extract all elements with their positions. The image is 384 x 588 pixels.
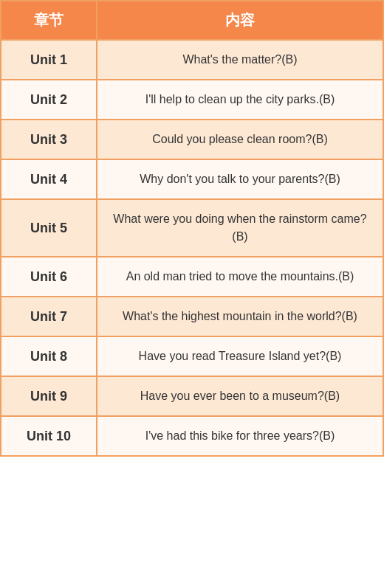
- table-row: Unit 6An old man tried to move the mount…: [1, 256, 383, 296]
- unit-cell: Unit 4: [1, 160, 97, 198]
- unit-cell: Unit 2: [1, 80, 97, 119]
- table-row: Unit 4Why don't you talk to your parents…: [1, 159, 383, 198]
- unit-cell: Unit 6: [1, 257, 97, 296]
- unit-cell: Unit 5: [1, 200, 97, 256]
- content-cell: Why don't you talk to your parents?(B): [97, 160, 383, 198]
- content-cell: An old man tried to move the mountains.(…: [97, 257, 383, 296]
- content-cell: Could you please clean room?(B): [97, 120, 383, 159]
- unit-cell: Unit 1: [1, 41, 97, 79]
- content-cell: Have you read Treasure Island yet?(B): [97, 337, 383, 376]
- table-row: Unit 2I'll help to clean up the city par…: [1, 79, 383, 119]
- unit-cell: Unit 10: [1, 417, 97, 455]
- header-content: 内容: [97, 1, 383, 39]
- content-cell: Have you ever been to a museum?(B): [97, 377, 383, 415]
- unit-cell: Unit 7: [1, 297, 97, 336]
- content-cell: I'll help to clean up the city parks.(B): [97, 80, 383, 119]
- content-cell: I've had this bike for three years?(B): [97, 417, 383, 455]
- table-row: Unit 10I've had this bike for three year…: [1, 415, 383, 455]
- unit-cell: Unit 3: [1, 120, 97, 159]
- table-row: Unit 3Could you please clean room?(B): [1, 119, 383, 159]
- table-row: Unit 8Have you read Treasure Island yet?…: [1, 336, 383, 376]
- table-body: Unit 1What's the matter?(B)Unit 2I'll he…: [1, 39, 383, 455]
- header-unit-label: 章节: [34, 10, 64, 30]
- unit-cell: Unit 8: [1, 337, 97, 376]
- table-header: 章节 内容: [1, 1, 383, 39]
- header-content-label: 内容: [225, 10, 255, 30]
- table-row: Unit 7What's the highest mountain in the…: [1, 296, 383, 336]
- table-row: Unit 1What's the matter?(B): [1, 39, 383, 79]
- unit-cell: Unit 9: [1, 377, 97, 415]
- header-unit: 章节: [1, 1, 97, 39]
- main-table: 章节 内容 Unit 1What's the matter?(B)Unit 2I…: [0, 0, 384, 457]
- table-row: Unit 5What were you doing when the rains…: [1, 198, 383, 256]
- content-cell: What's the matter?(B): [97, 41, 383, 79]
- table-row: Unit 9Have you ever been to a museum?(B): [1, 376, 383, 415]
- content-cell: What were you doing when the rainstorm c…: [97, 200, 383, 256]
- content-cell: What's the highest mountain in the world…: [97, 297, 383, 336]
